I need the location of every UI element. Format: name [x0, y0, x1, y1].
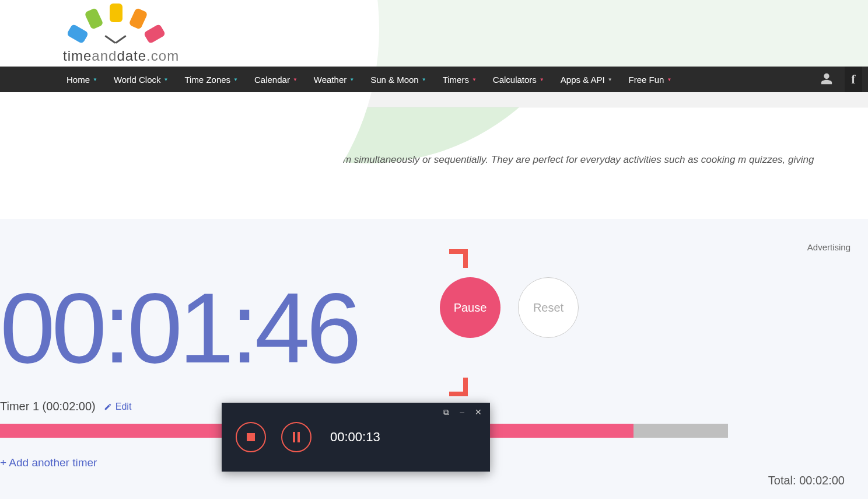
facebook-icon[interactable]: f: [845, 67, 862, 92]
chevron-down-icon: ▼: [93, 77, 97, 82]
nav-weather[interactable]: Weather▼: [306, 67, 362, 92]
pencil-icon: [104, 403, 112, 411]
recording-elapsed: 00:00:13: [330, 430, 380, 445]
nav-calculators[interactable]: Calculators▼: [485, 67, 552, 92]
nav-time-zones[interactable]: Time Zones▼: [176, 67, 246, 92]
site-logo[interactable]: timeanddate.com: [63, 6, 186, 47]
nav-world-clock[interactable]: World Clock▼: [106, 67, 177, 92]
logo-burst-icon: [63, 6, 186, 47]
clock-hands-icon: [104, 32, 127, 46]
pause-icon: [293, 432, 300, 442]
minimize-icon[interactable]: –: [460, 407, 464, 417]
chevron-down-icon: ▼: [472, 77, 477, 82]
chevron-down-icon: ▼: [164, 77, 169, 82]
site-header: timeanddate.com: [0, 0, 868, 67]
frame-corner-icon: [449, 378, 468, 396]
popout-icon[interactable]: ⧉: [443, 407, 449, 417]
nav-home[interactable]: Home▼: [58, 67, 106, 92]
stop-icon: [247, 433, 255, 441]
frame-corner-icon: [449, 249, 468, 268]
nav-apps-api[interactable]: Apps & API▼: [552, 67, 621, 92]
advertising-label: Advertising: [807, 242, 850, 252]
chevron-down-icon: ▼: [422, 77, 426, 82]
nav-free-fun[interactable]: Free Fun▼: [621, 67, 680, 92]
logo-text: timeanddate.com: [63, 48, 179, 64]
pause-button[interactable]: Pause: [440, 277, 501, 338]
timer-name: Timer 1 (00:02:00): [0, 400, 96, 413]
main-nav: Home▼ World Clock▼ Time Zones▼ Calendar▼…: [0, 67, 868, 92]
chevron-down-icon: ▼: [540, 77, 544, 82]
nav-sun-moon[interactable]: Sun & Moon▼: [362, 67, 434, 92]
edit-timer-link[interactable]: Edit: [104, 402, 132, 412]
pause-recording-button[interactable]: [281, 422, 312, 452]
reset-button[interactable]: Reset: [518, 277, 579, 338]
close-icon[interactable]: ✕: [475, 407, 482, 417]
stop-recording-button[interactable]: [236, 422, 266, 452]
total-time: Total: 00:02:00: [768, 474, 845, 487]
timer-frame: 00:01:46: [0, 249, 461, 378]
chevron-down-icon: ▼: [293, 77, 298, 82]
account-icon[interactable]: [820, 72, 833, 87]
nav-calendar[interactable]: Calendar▼: [246, 67, 306, 92]
chevron-down-icon: ▼: [349, 77, 354, 82]
chevron-down-icon: ▼: [233, 77, 238, 82]
chevron-down-icon: ▼: [667, 77, 671, 82]
timer-display: 00:01:46: [0, 249, 461, 378]
screen-recorder-overlay[interactable]: 00:00:13 ⧉ – ✕: [222, 403, 490, 472]
nav-timers[interactable]: Timers▼: [435, 67, 485, 92]
chevron-down-icon: ▼: [608, 77, 612, 82]
